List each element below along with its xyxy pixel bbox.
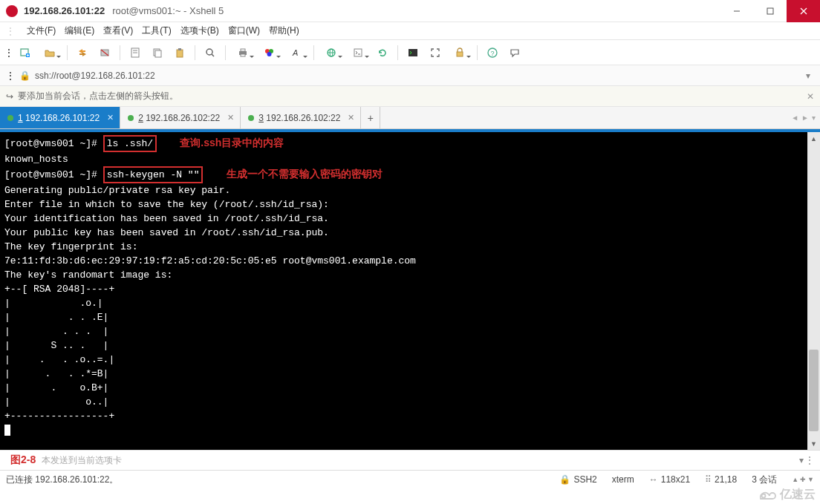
window-title: 192.168.26.101:22 [24, 5, 105, 16]
help-icon[interactable]: ? [482, 43, 503, 62]
menubar: ⋮ 文件(F) 编辑(E) 查看(V) 工具(T) 选项卡(B) 窗口(W) 帮… [0, 22, 820, 40]
menu-view[interactable]: 查看(V) [103, 24, 133, 37]
svg-text:?: ? [491, 49, 495, 56]
maximize-button[interactable] [753, 0, 787, 22]
scroll-track[interactable] [807, 145, 820, 437]
addressbar-grip: ⋮ [6, 71, 15, 81]
menu-help[interactable]: 帮助(H) [269, 24, 299, 37]
terminal-wrap: [root@vms001 ~]# ls .ssh/ 查询.ssh目录中的内容 k… [0, 129, 820, 450]
infobar: ↪ 要添加当前会话，点击左侧的箭头按钮。 ✕ [0, 86, 820, 107]
terminal[interactable]: [root@vms001 ~]# ls .ssh/ 查询.ssh目录中的内容 k… [0, 132, 807, 450]
cursor [4, 425, 10, 436]
lock-status-icon: 🔒 [559, 474, 570, 485]
svg-rect-15 [177, 50, 183, 57]
globe-icon[interactable] [319, 43, 344, 62]
figure-label: 图2-8 [10, 454, 36, 467]
compose-dropdown-icon[interactable]: ▾ [799, 455, 804, 465]
address-dropdown[interactable]: ▾ [802, 70, 814, 82]
status-plus-icon[interactable]: ✚ [800, 476, 806, 483]
tab-add-button[interactable]: + [361, 107, 380, 128]
lock-icon[interactable] [447, 43, 472, 62]
status-connected: 已连接 192.168.26.101:22。 [6, 474, 544, 486]
tab-next-icon[interactable]: ► [801, 114, 809, 122]
color-icon[interactable] [257, 43, 282, 62]
svg-rect-31 [457, 52, 463, 56]
address-url[interactable]: ssh://root@192.168.26.101:22 [35, 71, 155, 81]
tabbar: 1 192.168.26.101:22 ✕ 2 192.168.26.102:2… [0, 107, 820, 129]
print-icon[interactable] [230, 43, 256, 62]
toolbar: ⋮ A ? [0, 40, 820, 65]
menu-window[interactable]: 窗口(W) [228, 24, 260, 37]
cursor-pos-icon: ⠿ [705, 474, 712, 485]
scrollbar[interactable]: ▲ ▼ [807, 132, 820, 450]
addressbar: ⋮ 🔒 ssh://root@192.168.26.101:22 ▾ [0, 65, 820, 86]
disconnect-icon[interactable] [94, 43, 115, 62]
scroll-up-icon[interactable]: ▲ [807, 132, 820, 145]
script-icon[interactable] [345, 43, 371, 62]
tab-nav: ◄ ► ▾ [787, 107, 820, 128]
infobar-text: 要添加当前会话，点击左侧的箭头按钮。 [18, 90, 178, 102]
status-dot-icon [7, 115, 13, 121]
compose-bar: 图2-8 本发送到当前选项卡 ▾ ⋮ [0, 450, 820, 471]
status-up-icon[interactable]: ▲ [792, 476, 798, 483]
open-session-icon[interactable] [37, 43, 62, 62]
new-session-icon[interactable] [15, 43, 36, 62]
tab-2[interactable]: 2 192.168.26.102:22 ✕ [120, 107, 241, 128]
menu-file[interactable]: 文件(F) [27, 24, 56, 37]
menu-edit[interactable]: 编辑(E) [65, 24, 94, 37]
reconnect-icon[interactable] [72, 43, 93, 62]
menu-grip: ⋮ [6, 26, 15, 36]
tab-close-3[interactable]: ✕ [348, 113, 354, 122]
lock-small-icon: 🔒 [19, 71, 30, 81]
tab-close-1[interactable]: ✕ [107, 113, 114, 122]
svg-text:A: A [292, 48, 298, 57]
fullscreen-icon[interactable] [425, 43, 446, 62]
infobar-close[interactable]: ✕ [807, 91, 814, 102]
scroll-thumb[interactable] [809, 350, 819, 431]
minimize-button[interactable] [720, 0, 753, 22]
svg-rect-16 [178, 48, 181, 50]
svg-rect-20 [241, 49, 245, 51]
tab-3[interactable]: 3 192.168.26.102:22 ✕ [241, 107, 361, 128]
status-size: 118x21 [661, 474, 690, 485]
status-down-icon[interactable]: ▼ [807, 476, 814, 483]
svg-point-24 [267, 52, 272, 56]
menu-tabs[interactable]: 选项卡(B) [180, 24, 219, 37]
statusbar: 已连接 192.168.26.101:22。 🔒SSH2 xterm ↔118x… [0, 471, 820, 488]
menu-tools[interactable]: 工具(T) [142, 24, 171, 37]
svg-rect-1 [767, 8, 773, 14]
app-icon [6, 5, 18, 17]
window-subtitle: root@vms001:~ - Xshell 5 [112, 5, 224, 16]
svg-rect-29 [354, 49, 362, 56]
size-icon: ↔ [649, 474, 658, 485]
arrow-icon[interactable]: ↪ [6, 91, 13, 102]
svg-point-17 [206, 49, 212, 55]
status-dot-icon [128, 115, 134, 121]
status-dot-icon [248, 115, 254, 121]
tab-list-icon[interactable]: ▾ [812, 114, 816, 122]
status-term: xterm [612, 474, 634, 485]
copy-icon[interactable] [147, 43, 168, 62]
svg-point-34 [762, 494, 766, 497]
tab-prev-icon[interactable]: ◄ [791, 114, 798, 122]
toolbar-grip: ⋮ [4, 48, 13, 58]
refresh-icon[interactable] [372, 43, 393, 62]
tab-1[interactable]: 1 192.168.26.101:22 ✕ [0, 107, 120, 128]
svg-line-18 [212, 54, 214, 56]
status-cursor: 21,18 [715, 474, 737, 485]
svg-rect-21 [241, 54, 245, 56]
svg-rect-30 [409, 49, 417, 56]
search-icon[interactable] [200, 43, 221, 62]
compose-menu-icon[interactable]: ⋮ [805, 455, 814, 465]
scroll-down-icon[interactable]: ▼ [807, 437, 820, 450]
compose-placeholder[interactable]: 本发送到当前选项卡 [42, 454, 122, 467]
terminal-icon[interactable] [403, 43, 423, 62]
watermark: 亿速云 [756, 487, 816, 503]
font-icon[interactable]: A [284, 43, 309, 62]
close-button[interactable] [787, 0, 820, 22]
tab-close-2[interactable]: ✕ [227, 113, 234, 122]
titlebar: 192.168.26.101:22 root@vms001:~ - Xshell… [0, 0, 820, 22]
properties-icon[interactable] [125, 43, 146, 62]
chat-icon[interactable] [504, 43, 525, 62]
paste-icon[interactable] [169, 43, 190, 62]
